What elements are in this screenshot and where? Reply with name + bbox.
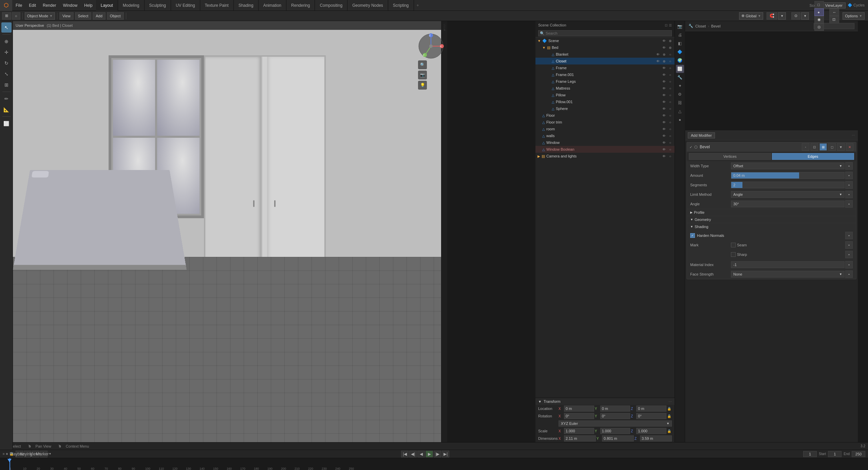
viewport-zoom-btn[interactable]: 🔍 <box>418 60 427 69</box>
camera-lights-vis-render[interactable]: ○ <box>668 154 673 158</box>
frame-vis-eye[interactable]: 👁 <box>662 66 666 70</box>
options-dropdown[interactable]: Options ▼ <box>843 12 865 20</box>
walls-vis-render[interactable]: ○ <box>668 134 673 138</box>
outliner-item-floor-trim[interactable]: △ Floor trim 👁 ○ <box>535 119 675 126</box>
move-tool-btn[interactable]: ✛ <box>1 47 12 57</box>
rotation-mode-dropdown[interactable]: XYZ Euler ▼ <box>559 420 672 427</box>
scale-y-input[interactable] <box>600 428 630 434</box>
tab-texture-paint[interactable]: Texture Paint <box>200 0 234 11</box>
breadcrumb-closet[interactable]: Closet <box>695 24 706 28</box>
select-menu-btn[interactable]: Select <box>75 12 92 20</box>
gizmo-toggle[interactable]: ↔ <box>829 8 839 16</box>
proportional-dropdown[interactable]: ▼ <box>801 12 809 20</box>
angle-input[interactable]: 30° <box>731 201 845 207</box>
add-menu-btn[interactable]: Add <box>93 12 106 20</box>
nav-gizmo[interactable]: X Y Z <box>418 33 444 59</box>
amount-input[interactable]: 0.04 m <box>731 172 845 179</box>
tab-scripting[interactable]: Scripting <box>388 0 414 11</box>
scale-lock-icon[interactable]: 🔒 <box>666 429 672 433</box>
window-vis-render[interactable]: ○ <box>668 141 673 145</box>
closet-vis-render[interactable]: ○ <box>668 59 673 63</box>
segments-input[interactable]: 2 <box>731 182 845 188</box>
dim-y-input[interactable] <box>602 435 634 441</box>
tab-shading[interactable]: Shading <box>234 0 259 11</box>
window-vis-eye[interactable]: 👁 <box>662 141 666 145</box>
prop-scene-icon-btn[interactable]: 🔷 <box>676 48 684 56</box>
pillow001-vis-eye[interactable]: 👁 <box>662 100 666 104</box>
orientation-dropdown[interactable]: ⊕ Global ▼ <box>739 12 763 20</box>
menu-render[interactable]: Render <box>39 0 59 11</box>
tab-uv-editing[interactable]: UV Editing <box>171 0 200 11</box>
outliner-item-window-boolean[interactable]: △ Window Boolean 👁 ○ <box>535 146 675 153</box>
transform-section-header[interactable]: ▼ Transform ⋯ <box>535 398 675 405</box>
menu-window[interactable]: Window <box>59 0 81 11</box>
floor-vis-eye[interactable]: 👁 <box>662 114 666 117</box>
viewport-3d[interactable]: User Perspective (1) Bed | Closet <box>13 21 447 450</box>
mattress-vis-eye[interactable]: 👁 <box>662 87 666 90</box>
snap-toggle-btn[interactable]: 🧲 <box>767 12 777 20</box>
bevel-vertices-icon-btn[interactable]: ◦ <box>802 143 809 151</box>
add-modifier-button[interactable]: Add Modifier <box>688 132 715 138</box>
closet-vis-cursor[interactable]: ⊕ <box>662 59 666 63</box>
viewport-light-btn[interactable]: 💡 <box>418 81 427 90</box>
rotate-tool-btn[interactable]: ↻ <box>1 58 12 68</box>
frame-legs-vis-render[interactable]: ○ <box>668 80 673 83</box>
play-reverse-btn[interactable]: ◀ <box>417 451 425 457</box>
material-btn[interactable]: ◉ <box>814 16 824 23</box>
outliner-item-window[interactable]: △ Window 👁 ○ <box>535 139 675 146</box>
segments-animate-btn[interactable]: • <box>845 181 853 189</box>
frame001-vis-render[interactable]: ○ <box>668 73 673 77</box>
mattress-vis-render[interactable]: ○ <box>668 87 673 90</box>
prop-material-icon-btn[interactable]: ● <box>676 116 684 124</box>
outliner-item-pillow[interactable]: △ Pillow 👁 ○ <box>535 92 675 98</box>
viewport-camera-btn[interactable]: 📷 <box>418 71 427 79</box>
limit-method-dropdown[interactable]: Angle ▼ <box>731 191 845 198</box>
tab-geometry-nodes[interactable]: Geometry Nodes <box>347 0 388 11</box>
jump-start-btn[interactable]: |◀ <box>401 451 409 457</box>
scale-x-input[interactable] <box>564 428 594 434</box>
outliner-item-floor[interactable]: △ Floor 👁 ○ <box>535 112 675 119</box>
rotation-x-input[interactable] <box>564 413 594 419</box>
outliner-display-btn[interactable]: ☰ <box>669 23 672 27</box>
sharp-animate-btn[interactable]: • <box>845 251 853 258</box>
bevel-delete-icon-btn[interactable]: ✕ <box>846 143 853 151</box>
overlay-btn[interactable]: ⊡ <box>829 16 839 23</box>
prop-constraints-icon-btn[interactable]: ⛓ <box>676 99 684 107</box>
seam-checkbox[interactable] <box>731 243 736 247</box>
outliner-item-walls[interactable]: △ walls 👁 ○ <box>535 132 675 139</box>
prop-output-icon-btn[interactable]: 🖨 <box>676 31 684 39</box>
tab-compositing[interactable]: Compositing <box>315 0 347 11</box>
bevel-enable-toggle[interactable]: ✓ <box>690 145 692 149</box>
room-vis-render[interactable]: ○ <box>668 127 673 131</box>
start-frame-input[interactable] <box>828 451 842 457</box>
prop-view-icon-btn[interactable]: ◧ <box>676 39 684 48</box>
width-type-animate-btn[interactable]: • <box>845 162 853 170</box>
amount-animate-btn[interactable]: • <box>845 172 853 179</box>
cursor-tool-btn[interactable]: ⊕ <box>1 36 12 46</box>
marker-dropdown-btn[interactable]: Marker ▼ <box>40 451 48 457</box>
sphere-vis-render[interactable]: ○ <box>668 107 673 111</box>
bevel-apply-icon-btn[interactable]: ▼ <box>837 143 845 151</box>
material-index-animate-btn[interactable]: • <box>845 261 853 268</box>
walls-vis-eye[interactable]: 👁 <box>662 134 666 138</box>
tab-sculpting[interactable]: Sculpting <box>145 0 171 11</box>
jump-end-btn[interactable]: ▶| <box>442 451 449 457</box>
bevel-edges-icon-btn[interactable]: ⊡ <box>811 143 818 151</box>
harden-normals-animate-btn[interactable]: • <box>845 232 853 239</box>
pillow001-vis-render[interactable]: ○ <box>668 100 673 104</box>
add-workspace-btn[interactable]: + <box>414 3 422 8</box>
sphere-vis-eye[interactable]: 👁 <box>662 107 666 111</box>
face-strength-animate-btn[interactable]: • <box>845 270 853 278</box>
view-layer-btn[interactable]: ViewLayer <box>822 2 846 8</box>
outliner-item-closet[interactable]: △ Closet 👁 ⊕ ○ <box>535 58 675 64</box>
prop-modifier-icon-btn[interactable]: 🔧 <box>676 73 684 81</box>
prop-particles-icon-btn[interactable]: ✦ <box>676 82 684 90</box>
outliner-search-input[interactable] <box>538 30 672 36</box>
view-menu-btn[interactable]: View <box>59 12 74 20</box>
outliner-item-pillow001[interactable]: △ Pillow.001 👁 ○ <box>535 98 675 105</box>
window-bool-vis-render[interactable]: ○ <box>668 148 673 151</box>
face-strength-dropdown[interactable]: None ▼ <box>731 271 845 278</box>
prop-data-icon-btn[interactable]: △ <box>676 107 684 115</box>
floor-vis-render[interactable]: ○ <box>668 114 673 117</box>
floor-trim-vis-render[interactable]: ○ <box>668 120 673 124</box>
